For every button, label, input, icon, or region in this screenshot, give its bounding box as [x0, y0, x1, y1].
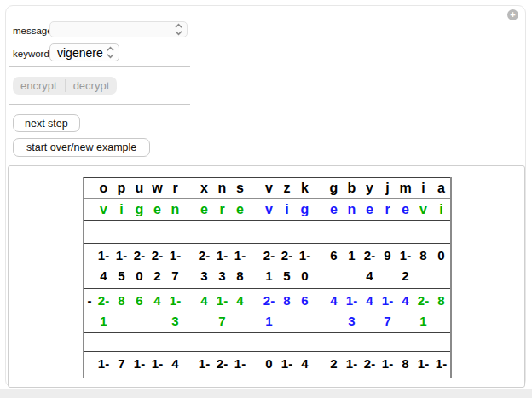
letter-cell: s [231, 181, 249, 196]
letter-group: 21-2-1-81-1- [325, 352, 450, 378]
divider [9, 66, 190, 67]
letter-group: vig [260, 202, 314, 217]
letter-group: 2-186 [260, 289, 314, 332]
number-cell: 1-5 [113, 244, 130, 286]
number-cell: 1-4 [95, 244, 113, 286]
letter-cell: v [414, 202, 432, 217]
number-cell: 0 [432, 244, 450, 286]
number-cell: 1-8 [231, 244, 249, 286]
number-cell: 1- [195, 352, 213, 378]
number-cell: 4 [296, 352, 314, 378]
number-cell: 1-3 [166, 289, 184, 332]
number-cell: 1- [278, 352, 296, 378]
number-cell: 2- [361, 352, 379, 378]
letter-group: 2-18641-3 [95, 289, 184, 332]
letter-cell: e [231, 202, 249, 217]
letter-group: opuwr [95, 181, 184, 196]
start-over-button[interactable]: start over/new example [13, 138, 150, 157]
letter-cell: g [296, 202, 314, 217]
number-cell: 2 [325, 352, 343, 378]
message-label: message [13, 26, 53, 36]
letter-group: vigen [95, 202, 184, 217]
letter-cell: y [361, 181, 379, 196]
letter-cell: r [213, 202, 231, 217]
encrypt-decrypt-setter-bar: encrypt decrypt [13, 77, 117, 95]
number-cell: 1 [343, 244, 361, 286]
table-row: 1-41-52-02-21-72-31-31-82-12-51-0612-491… [84, 243, 450, 288]
operator-cell [84, 187, 95, 189]
number-cell: 1- [432, 352, 450, 378]
keyword-label: keyword [13, 49, 49, 59]
letter-cell: p [113, 181, 130, 196]
number-cell: 1-7 [213, 289, 231, 332]
message-popup[interactable] [49, 21, 188, 37]
letter-cell: v [260, 181, 278, 196]
table-row: vigenerevigenerevi [84, 198, 450, 220]
letter-cell: u [130, 181, 148, 196]
number-cell: 9 [379, 244, 396, 286]
letter-cell: g [130, 202, 148, 217]
table-row: opuwrxnsvzkgbyjmia [84, 177, 450, 198]
number-cell: 4 [361, 289, 379, 332]
letter-cell: v [95, 202, 113, 217]
number-cell: 1-2 [396, 244, 414, 286]
letter-group: 41-341-742-18 [325, 289, 450, 332]
operator-cell [84, 209, 95, 211]
divider [9, 104, 190, 105]
number-cell: 1- [130, 352, 148, 378]
letter-group: 2-31-31-8 [195, 244, 249, 286]
number-cell: 2-2 [148, 244, 166, 286]
number-cell: 1-3 [343, 289, 361, 332]
manipulate-menu-icon[interactable]: + [507, 9, 518, 20]
letter-cell: k [296, 181, 314, 196]
letter-group: 612-491-280 [325, 244, 450, 286]
letter-group: 2-12-51-0 [260, 244, 314, 286]
number-cell: 4 [325, 289, 343, 332]
decrypt-button[interactable]: decrypt [66, 77, 118, 95]
letter-group: vzk [260, 181, 314, 196]
number-cell: 0 [260, 352, 278, 378]
letter-cell: j [379, 181, 396, 196]
number-cell: 4 [396, 289, 414, 332]
letter-cell: m [396, 181, 414, 196]
manipulate-panel: + message keyword vigenere encrypt decry… [5, 5, 526, 388]
number-cell: 1- [343, 352, 361, 378]
number-cell: 1- [414, 352, 432, 378]
number-cell: 4 [148, 289, 166, 332]
letter-cell: z [278, 181, 296, 196]
letter-cell: x [195, 181, 213, 196]
operator-cell: - [84, 289, 95, 311]
encrypt-button[interactable]: encrypt [13, 77, 65, 95]
cipher-table: opuwrxnsvzkgbyjmiavigenerevigenerevi1-41… [83, 177, 452, 378]
number-cell: 2-1 [260, 289, 278, 332]
letter-group: gbyjmia [325, 181, 450, 196]
next-step-button[interactable]: next step [13, 114, 80, 132]
letter-cell: r [379, 202, 396, 217]
letter-cell: n [213, 181, 231, 196]
number-cell: 2-1 [95, 289, 113, 332]
letter-cell: i [278, 202, 296, 217]
letter-group: ere [195, 202, 249, 217]
number-cell: 1- [148, 352, 166, 378]
number-cell: 4 [166, 352, 184, 378]
page-background-strip [0, 389, 532, 398]
table-row: -2-18641-341-742-18641-341-742-18 [84, 288, 450, 332]
keyword-popup-value: vigenere [50, 46, 103, 60]
operator-cell [84, 244, 95, 245]
letter-cell: o [95, 181, 113, 196]
keyword-popup[interactable]: vigenere [49, 43, 119, 61]
letter-cell: e [195, 202, 213, 217]
number-cell: 7 [113, 352, 130, 378]
number-cell: 6 [296, 289, 314, 332]
number-cell: 4 [231, 289, 249, 332]
number-cell: 2-5 [278, 244, 296, 286]
number-cell: 1- [231, 352, 249, 378]
number-cell: 2-4 [361, 244, 379, 286]
letter-group: enerevi [325, 202, 450, 217]
table-row [84, 220, 450, 243]
letter-group: 01-4 [260, 352, 314, 378]
letter-cell: w [148, 181, 166, 196]
number-cell: 1-0 [296, 244, 314, 286]
number-cell: 6 [130, 289, 148, 332]
chevron-up-down-icon [175, 23, 182, 36]
